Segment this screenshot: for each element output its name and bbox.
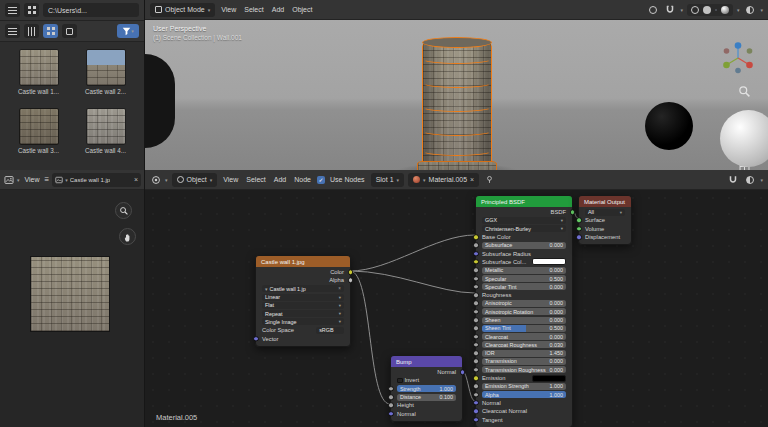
bsdf-row-subsurface-radius[interactable]: Subsurface Radius — [476, 249, 572, 257]
chevron-down-icon[interactable]: ▾ — [737, 7, 740, 13]
image-field[interactable]: ▾ Castle wall 1.jp × — [256, 285, 350, 293]
node-title[interactable]: Bump — [391, 356, 462, 367]
snap-magnet-icon[interactable] — [663, 3, 676, 16]
bsdf-row-ior[interactable]: IOR1.450 — [476, 349, 572, 357]
color-swatch[interactable] — [532, 375, 566, 382]
menu-select[interactable]: Select — [242, 6, 265, 13]
target-dropdown[interactable]: All▾ — [579, 208, 631, 216]
input-socket[interactable] — [473, 342, 479, 348]
output-bsdf[interactable]: BSDF — [476, 208, 572, 216]
node-editor-canvas[interactable]: Castle wall 1.jpg Color Alpha ▾ Castle w… — [145, 190, 768, 427]
output-color[interactable]: Color — [256, 268, 350, 276]
chevron-down-icon[interactable]: ▾ — [680, 7, 683, 13]
bsdf-row-sheen-tint[interactable]: Sheen Tint0.500 — [476, 324, 572, 332]
input-volume[interactable]: Volume — [579, 225, 631, 233]
rendered-shading-icon[interactable] — [721, 6, 729, 14]
chevron-down-icon[interactable]: ▾ — [165, 177, 168, 183]
input-socket[interactable] — [473, 317, 479, 323]
input-height[interactable]: Height — [391, 401, 462, 409]
source-dropdown[interactable]: Single Image▾ — [256, 318, 350, 326]
filter-button[interactable]: ▾ — [117, 24, 139, 38]
input-socket[interactable] — [388, 394, 394, 400]
bsdf-row-roughness[interactable]: Roughness — [476, 291, 572, 299]
input-socket[interactable] — [473, 309, 479, 315]
hamburger-icon[interactable]: ≡ — [45, 175, 50, 184]
output-socket[interactable] — [348, 278, 354, 284]
input-socket[interactable] — [473, 284, 479, 290]
chevron-down-icon[interactable]: ▾ — [760, 7, 763, 13]
colorspace-row[interactable]: Color Space sRGB — [256, 326, 350, 334]
bsdf-row-subsurface-col-[interactable]: Subsurface Col... — [476, 258, 572, 266]
file-item-castle-wall-1[interactable]: Castle wall 1... — [6, 49, 71, 105]
bsdf-row-subsurface[interactable]: Subsurface0.000 — [476, 241, 572, 249]
input-socket[interactable] — [576, 234, 582, 240]
view-horizontal-list-button[interactable] — [24, 24, 39, 38]
file-item-castle-wall-2[interactable]: Castle wall 2... — [73, 49, 138, 105]
chevron-down-icon[interactable]: ▾ — [760, 177, 763, 183]
zoom-tool-button[interactable] — [115, 202, 132, 219]
input-socket[interactable] — [473, 392, 479, 398]
wireframe-shading-icon[interactable] — [691, 6, 699, 14]
editor-type-button[interactable] — [3, 173, 14, 186]
input-socket[interactable] — [473, 276, 479, 282]
close-icon[interactable]: × — [134, 176, 138, 183]
menu-view[interactable]: View — [219, 6, 238, 13]
distribution-dropdown[interactable]: GGX▾ — [476, 216, 572, 224]
menu-add[interactable]: Add — [272, 176, 288, 183]
bsdf-row-anisotropic-rotation[interactable]: Anisotropic Rotation0.000 — [476, 308, 572, 316]
file-item-castle-wall-3[interactable]: Castle wall 3... — [6, 108, 71, 164]
node-title[interactable]: Principled BSDF — [476, 196, 572, 207]
bsdf-row-tangent[interactable]: Tangent — [476, 415, 572, 423]
bsdf-row-clearcoat[interactable]: Clearcoat0.000 — [476, 332, 572, 340]
input-socket[interactable] — [388, 403, 394, 409]
bsdf-row-emission-strength[interactable]: Emission Strength1.000 — [476, 382, 572, 390]
mode-dropdown[interactable]: Object Mode ▾ — [150, 3, 215, 17]
solid-shading-icon[interactable] — [703, 6, 711, 14]
input-socket[interactable] — [473, 234, 479, 240]
principled-bsdf-node[interactable]: Principled BSDF BSDF GGX▾ Christensen-Bu… — [475, 195, 573, 427]
bump-node[interactable]: Bump Normal Invert Strength 1.000 — [390, 355, 463, 422]
close-icon[interactable]: × — [338, 286, 341, 291]
bsdf-row-clearcoat-roughness[interactable]: Clearcoat Roughness0.030 — [476, 341, 572, 349]
interpolation-dropdown[interactable]: Linear▾ — [256, 293, 350, 301]
projection-dropdown[interactable]: Flat▾ — [256, 301, 350, 309]
black-sphere-object[interactable] — [645, 102, 693, 150]
menu-view[interactable]: View — [23, 176, 42, 183]
editor-type-button[interactable] — [150, 173, 161, 186]
material-datablock-selector[interactable]: ▾ Material.005 × — [408, 173, 479, 187]
strength-slider[interactable]: Strength 1.000 — [391, 385, 462, 393]
bsdf-row-base-color[interactable]: Base Color — [476, 233, 572, 241]
input-socket[interactable] — [473, 259, 479, 265]
bsdf-row-sheen[interactable]: Sheen0.000 — [476, 316, 572, 324]
input-socket[interactable] — [473, 417, 479, 423]
proportional-edit-icon[interactable] — [646, 3, 659, 16]
input-socket[interactable] — [473, 334, 479, 340]
image-datablock-selector[interactable]: ▾ Castle wall 1.jp × — [52, 173, 141, 187]
output-socket[interactable] — [460, 369, 466, 375]
invert-checkbox[interactable]: Invert — [391, 376, 462, 384]
input-normal[interactable]: Normal — [391, 409, 462, 417]
menu-view[interactable]: View — [221, 176, 240, 183]
input-socket[interactable] — [473, 367, 479, 373]
snap-magnet-icon[interactable] — [726, 173, 739, 186]
node-title[interactable]: Castle wall 1.jpg — [256, 256, 350, 267]
chevron-down-icon[interactable]: ▾ — [17, 177, 20, 183]
input-socket[interactable] — [388, 386, 394, 392]
unlink-icon[interactable]: × — [470, 176, 474, 183]
menu-node[interactable]: Node — [292, 176, 313, 183]
view-bigthumb-button[interactable] — [62, 24, 77, 38]
input-socket[interactable] — [388, 411, 394, 417]
menu-select[interactable]: Select — [244, 176, 267, 183]
node-title[interactable]: Material Output — [579, 196, 631, 207]
overlays-icon[interactable] — [743, 3, 756, 16]
slot-dropdown[interactable]: Slot 1 ▾ — [371, 173, 404, 187]
input-socket[interactable] — [576, 226, 582, 232]
menu-object[interactable]: Object — [290, 6, 314, 13]
material-shading-active[interactable] — [715, 9, 717, 11]
bsdf-row-transmission-roughness[interactable]: Transmission Roughness0.000 — [476, 366, 572, 374]
white-sphere-object[interactable] — [720, 110, 768, 167]
bsdf-row-emission[interactable]: Emission — [476, 374, 572, 382]
input-socket[interactable] — [473, 350, 479, 356]
input-socket[interactable] — [473, 301, 479, 307]
input-socket[interactable] — [253, 336, 259, 342]
